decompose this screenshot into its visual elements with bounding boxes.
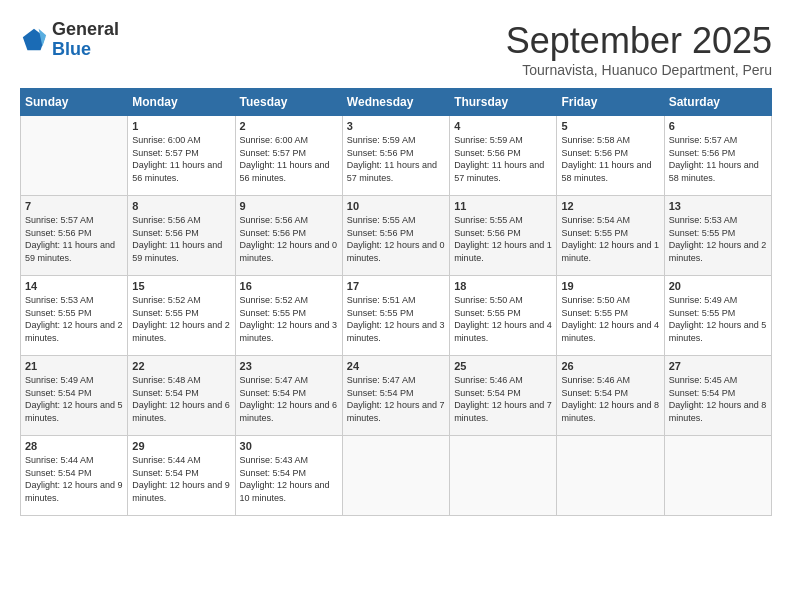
logo-icon: [20, 26, 48, 54]
calendar-cell: 28 Sunrise: 5:44 AMSunset: 5:54 PMDaylig…: [21, 436, 128, 516]
calendar-week-row: 1 Sunrise: 6:00 AMSunset: 5:57 PMDayligh…: [21, 116, 772, 196]
calendar-cell: 15 Sunrise: 5:52 AMSunset: 5:55 PMDaylig…: [128, 276, 235, 356]
day-number: 17: [347, 280, 445, 292]
calendar-cell: 17 Sunrise: 5:51 AMSunset: 5:55 PMDaylig…: [342, 276, 449, 356]
day-number: 4: [454, 120, 552, 132]
calendar-cell: 8 Sunrise: 5:56 AMSunset: 5:56 PMDayligh…: [128, 196, 235, 276]
month-title: September 2025: [506, 20, 772, 62]
calendar-cell: 29 Sunrise: 5:44 AMSunset: 5:54 PMDaylig…: [128, 436, 235, 516]
calendar-cell: 14 Sunrise: 5:53 AMSunset: 5:55 PMDaylig…: [21, 276, 128, 356]
calendar-cell: 26 Sunrise: 5:46 AMSunset: 5:54 PMDaylig…: [557, 356, 664, 436]
calendar-cell: 24 Sunrise: 5:47 AMSunset: 5:54 PMDaylig…: [342, 356, 449, 436]
calendar-cell: 9 Sunrise: 5:56 AMSunset: 5:56 PMDayligh…: [235, 196, 342, 276]
day-info: Sunrise: 5:59 AMSunset: 5:56 PMDaylight:…: [347, 135, 437, 183]
day-number: 29: [132, 440, 230, 452]
day-info: Sunrise: 5:51 AMSunset: 5:55 PMDaylight:…: [347, 295, 445, 343]
day-number: 14: [25, 280, 123, 292]
calendar-week-row: 7 Sunrise: 5:57 AMSunset: 5:56 PMDayligh…: [21, 196, 772, 276]
day-info: Sunrise: 5:49 AMSunset: 5:55 PMDaylight:…: [669, 295, 767, 343]
day-number: 15: [132, 280, 230, 292]
logo-general: General: [52, 19, 119, 39]
day-info: Sunrise: 5:46 AMSunset: 5:54 PMDaylight:…: [561, 375, 659, 423]
day-number: 7: [25, 200, 123, 212]
day-info: Sunrise: 5:58 AMSunset: 5:56 PMDaylight:…: [561, 135, 651, 183]
day-number: 12: [561, 200, 659, 212]
calendar-week-row: 14 Sunrise: 5:53 AMSunset: 5:55 PMDaylig…: [21, 276, 772, 356]
weekday-header-row: Sunday Monday Tuesday Wednesday Thursday…: [21, 89, 772, 116]
day-info: Sunrise: 5:53 AMSunset: 5:55 PMDaylight:…: [25, 295, 123, 343]
header-friday: Friday: [557, 89, 664, 116]
day-number: 30: [240, 440, 338, 452]
day-info: Sunrise: 5:55 AMSunset: 5:56 PMDaylight:…: [347, 215, 445, 263]
day-info: Sunrise: 5:47 AMSunset: 5:54 PMDaylight:…: [347, 375, 445, 423]
day-number: 21: [25, 360, 123, 372]
day-info: Sunrise: 5:52 AMSunset: 5:55 PMDaylight:…: [240, 295, 338, 343]
day-info: Sunrise: 5:53 AMSunset: 5:55 PMDaylight:…: [669, 215, 767, 263]
day-number: 24: [347, 360, 445, 372]
calendar-cell: 30 Sunrise: 5:43 AMSunset: 5:54 PMDaylig…: [235, 436, 342, 516]
day-info: Sunrise: 5:57 AMSunset: 5:56 PMDaylight:…: [669, 135, 759, 183]
header-sunday: Sunday: [21, 89, 128, 116]
day-number: 3: [347, 120, 445, 132]
day-number: 1: [132, 120, 230, 132]
day-info: Sunrise: 5:43 AMSunset: 5:54 PMDaylight:…: [240, 455, 330, 503]
day-number: 9: [240, 200, 338, 212]
day-number: 18: [454, 280, 552, 292]
day-number: 8: [132, 200, 230, 212]
calendar-cell: 7 Sunrise: 5:57 AMSunset: 5:56 PMDayligh…: [21, 196, 128, 276]
calendar-cell: [21, 116, 128, 196]
header-wednesday: Wednesday: [342, 89, 449, 116]
calendar-cell: 19 Sunrise: 5:50 AMSunset: 5:55 PMDaylig…: [557, 276, 664, 356]
calendar-cell: 4 Sunrise: 5:59 AMSunset: 5:56 PMDayligh…: [450, 116, 557, 196]
day-info: Sunrise: 5:44 AMSunset: 5:54 PMDaylight:…: [132, 455, 230, 503]
logo-text: General Blue: [52, 20, 119, 60]
day-number: 26: [561, 360, 659, 372]
day-info: Sunrise: 5:56 AMSunset: 5:56 PMDaylight:…: [132, 215, 222, 263]
calendar-cell: 2 Sunrise: 6:00 AMSunset: 5:57 PMDayligh…: [235, 116, 342, 196]
day-info: Sunrise: 5:54 AMSunset: 5:55 PMDaylight:…: [561, 215, 659, 263]
calendar-cell: 23 Sunrise: 5:47 AMSunset: 5:54 PMDaylig…: [235, 356, 342, 436]
calendar-cell: 22 Sunrise: 5:48 AMSunset: 5:54 PMDaylig…: [128, 356, 235, 436]
day-number: 20: [669, 280, 767, 292]
calendar-cell: 1 Sunrise: 6:00 AMSunset: 5:57 PMDayligh…: [128, 116, 235, 196]
calendar-cell: [450, 436, 557, 516]
header-saturday: Saturday: [664, 89, 771, 116]
day-info: Sunrise: 5:50 AMSunset: 5:55 PMDaylight:…: [454, 295, 552, 343]
calendar-cell: [664, 436, 771, 516]
page-header: General Blue September 2025 Tournavista,…: [20, 20, 772, 78]
calendar-cell: [342, 436, 449, 516]
day-info: Sunrise: 6:00 AMSunset: 5:57 PMDaylight:…: [240, 135, 330, 183]
day-number: 11: [454, 200, 552, 212]
day-info: Sunrise: 5:47 AMSunset: 5:54 PMDaylight:…: [240, 375, 338, 423]
logo-blue: Blue: [52, 39, 91, 59]
calendar-cell: 6 Sunrise: 5:57 AMSunset: 5:56 PMDayligh…: [664, 116, 771, 196]
day-number: 23: [240, 360, 338, 372]
day-number: 25: [454, 360, 552, 372]
header-tuesday: Tuesday: [235, 89, 342, 116]
calendar-cell: 12 Sunrise: 5:54 AMSunset: 5:55 PMDaylig…: [557, 196, 664, 276]
calendar-cell: 16 Sunrise: 5:52 AMSunset: 5:55 PMDaylig…: [235, 276, 342, 356]
day-number: 2: [240, 120, 338, 132]
calendar-cell: [557, 436, 664, 516]
day-number: 19: [561, 280, 659, 292]
calendar-table: Sunday Monday Tuesday Wednesday Thursday…: [20, 88, 772, 516]
day-info: Sunrise: 5:52 AMSunset: 5:55 PMDaylight:…: [132, 295, 230, 343]
calendar-week-row: 21 Sunrise: 5:49 AMSunset: 5:54 PMDaylig…: [21, 356, 772, 436]
day-info: Sunrise: 5:46 AMSunset: 5:54 PMDaylight:…: [454, 375, 552, 423]
day-number: 10: [347, 200, 445, 212]
logo: General Blue: [20, 20, 119, 60]
day-info: Sunrise: 5:48 AMSunset: 5:54 PMDaylight:…: [132, 375, 230, 423]
calendar-cell: 5 Sunrise: 5:58 AMSunset: 5:56 PMDayligh…: [557, 116, 664, 196]
day-number: 28: [25, 440, 123, 452]
calendar-week-row: 28 Sunrise: 5:44 AMSunset: 5:54 PMDaylig…: [21, 436, 772, 516]
calendar-cell: 13 Sunrise: 5:53 AMSunset: 5:55 PMDaylig…: [664, 196, 771, 276]
day-info: Sunrise: 5:49 AMSunset: 5:54 PMDaylight:…: [25, 375, 123, 423]
header-thursday: Thursday: [450, 89, 557, 116]
day-number: 27: [669, 360, 767, 372]
day-number: 13: [669, 200, 767, 212]
day-number: 16: [240, 280, 338, 292]
day-info: Sunrise: 5:56 AMSunset: 5:56 PMDaylight:…: [240, 215, 338, 263]
day-info: Sunrise: 5:45 AMSunset: 5:54 PMDaylight:…: [669, 375, 767, 423]
day-info: Sunrise: 5:55 AMSunset: 5:56 PMDaylight:…: [454, 215, 552, 263]
calendar-cell: 25 Sunrise: 5:46 AMSunset: 5:54 PMDaylig…: [450, 356, 557, 436]
